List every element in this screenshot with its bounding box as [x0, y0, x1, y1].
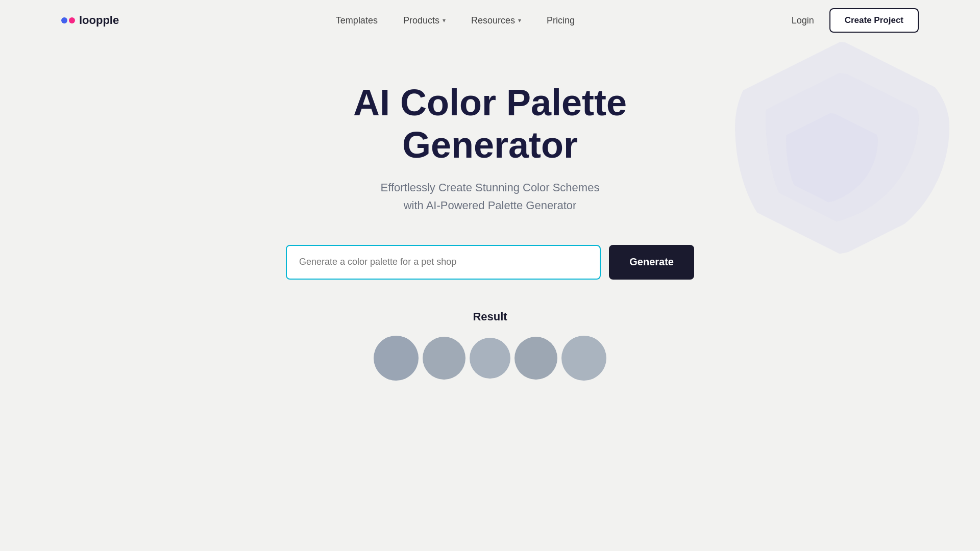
nav-link-templates[interactable]: Templates [336, 15, 378, 26]
color-circle-2 [423, 337, 465, 380]
login-button[interactable]: Login [792, 15, 814, 26]
color-circle-4 [514, 337, 557, 380]
nav-link-resources[interactable]: Resources ▾ [471, 15, 521, 26]
color-circles [374, 336, 606, 381]
result-label: Result [473, 310, 507, 323]
logo-text: loopple [79, 14, 119, 27]
color-circle-1 [374, 336, 419, 381]
chevron-down-icon: ▾ [518, 17, 521, 24]
color-circle-3 [470, 338, 510, 379]
logo-dot-red [69, 17, 75, 23]
hero-section: AI Color Palette Generator Effortlessly … [0, 41, 980, 442]
hero-subtitle: Effortlessly Create Stunning Color Schem… [381, 179, 600, 214]
chevron-down-icon: ▾ [443, 17, 446, 24]
generate-button[interactable]: Generate [609, 245, 694, 280]
nav-link-pricing[interactable]: Pricing [547, 15, 575, 26]
generator-area: Generate [286, 245, 694, 280]
nav-links: Templates Products ▾ Resources ▾ Pricing [336, 15, 575, 26]
logo-dot-blue [61, 17, 67, 23]
prompt-input[interactable] [286, 245, 601, 280]
result-section: Result [374, 310, 606, 411]
hero-title: AI Color Palette Generator [260, 82, 720, 166]
create-project-button[interactable]: Create Project [829, 8, 919, 33]
navbar: loopple Templates Products ▾ Resources ▾… [0, 0, 980, 41]
nav-link-products[interactable]: Products ▾ [403, 15, 446, 26]
color-circle-5 [561, 336, 606, 381]
logo[interactable]: loopple [61, 14, 119, 27]
nav-actions: Login Create Project [792, 8, 919, 33]
logo-icon [61, 17, 75, 23]
